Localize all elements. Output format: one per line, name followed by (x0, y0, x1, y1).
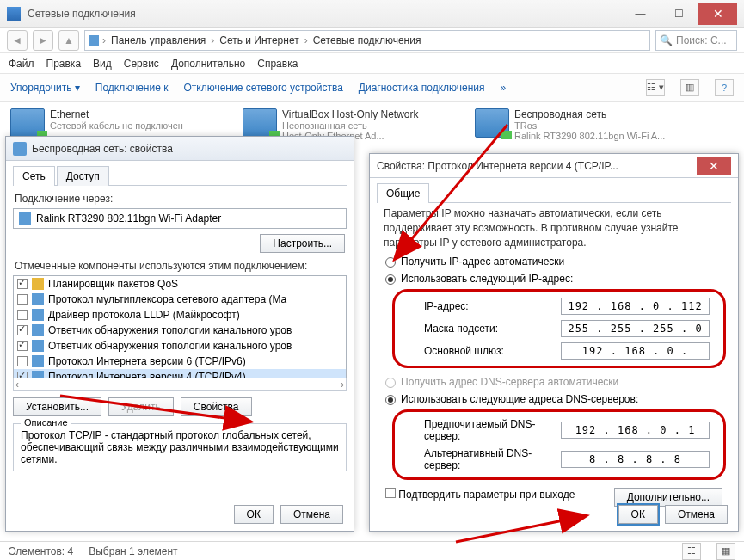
label-components: Отмеченные компоненты используются этим … (15, 260, 345, 272)
install-button[interactable]: Установить... (13, 397, 101, 416)
highlight-dns-section: Предпочитаемый DNS-сервер:192 . 168 . 0 … (392, 409, 726, 480)
dialog-title: Свойства: Протокол Интернета версии 4 (T… (377, 160, 697, 172)
label-connect-using: Подключение через: (15, 193, 345, 205)
ok-button[interactable]: ОК (618, 505, 658, 524)
checkbox[interactable] (17, 294, 28, 305)
tab-general[interactable]: Общие (377, 183, 429, 203)
component-icon (32, 324, 44, 336)
dialog-adapter-properties: Беспроводная сеть: свойства Сеть Доступ … (5, 136, 354, 532)
details-view-button[interactable]: ☷ (682, 543, 701, 560)
radio-use-ip[interactable] (385, 274, 396, 285)
status-selected: Выбран 1 элемент (89, 545, 177, 557)
checkbox[interactable] (17, 279, 28, 289)
app-icon (7, 7, 21, 21)
component-icon (32, 355, 44, 367)
search-placeholder: Поиск: С... (676, 34, 727, 46)
properties-button[interactable]: Свойства (181, 397, 252, 416)
cmd-connect-to[interactable]: Подключение к (95, 82, 169, 94)
label-dns1: Предпочитаемый DNS-сервер: (424, 418, 561, 442)
description-label: Описание (21, 417, 71, 428)
help-button[interactable]: ? (715, 79, 734, 96)
input-dns2[interactable]: 8 . 8 . 8 . 8 (561, 451, 710, 468)
checkbox[interactable] (17, 341, 28, 351)
icons-view-button[interactable]: ▦ (716, 543, 735, 560)
close-button[interactable]: ✕ (697, 157, 731, 175)
remove-button: Удалить (108, 397, 174, 416)
cmd-disable[interactable]: Отключение сетевого устройства (183, 82, 342, 94)
checkbox[interactable] (17, 356, 28, 366)
checkbox[interactable] (17, 310, 28, 320)
network-icon (243, 108, 277, 138)
info-text: Параметры IP можно назначать автоматичес… (377, 203, 731, 253)
ok-button[interactable]: ОК (234, 505, 274, 524)
address-bar[interactable]: › Панель управления › Сеть и Интернет › … (84, 30, 650, 51)
radio-use-dns[interactable] (385, 395, 396, 405)
menu-advanced[interactable]: Дополнительно (171, 58, 245, 70)
checkbox[interactable] (17, 372, 28, 378)
window-title: Сетевые подключения (28, 8, 621, 20)
menu-file[interactable]: Файл (9, 58, 34, 70)
input-dns1[interactable]: 192 . 168 . 0 . 1 (561, 422, 710, 439)
configure-button[interactable]: Настроить... (260, 234, 345, 253)
close-button[interactable]: ✕ (698, 3, 737, 25)
dialog-title: Беспроводная сеть: свойства (32, 143, 347, 155)
menu-edit[interactable]: Правка (46, 58, 82, 70)
adapter-icon (19, 212, 31, 225)
cmd-diagnose[interactable]: Диагностика подключения (359, 82, 485, 94)
network-icon (10, 108, 45, 138)
input-ip[interactable]: 192 . 168 . 0 . 112 (561, 298, 710, 315)
menu-view[interactable]: Вид (93, 58, 112, 70)
radio-auto-ip[interactable] (385, 257, 396, 268)
network-icon (475, 108, 509, 138)
component-icon (32, 340, 44, 352)
label-ip: IP-адрес: (424, 300, 561, 312)
component-icon (32, 278, 44, 290)
radio-auto-dns (385, 378, 396, 388)
component-icon (32, 309, 44, 321)
nav-fwd-button[interactable]: ► (33, 30, 53, 51)
highlight-ip-section: IP-адрес:192 . 168 . 0 . 112 Маска подсе… (392, 289, 726, 368)
search-icon: 🔍 (660, 34, 673, 46)
adapter-field: Ralink RT3290 802.11bgn Wi-Fi Adapter (13, 208, 347, 229)
nav-back-button[interactable]: ◄ (7, 30, 28, 51)
nav-up-button[interactable]: ▲ (58, 30, 79, 51)
label-dns2: Альтернативный DNS-сервер: (424, 447, 561, 471)
label-mask: Маска подсети: (424, 323, 561, 335)
search-input[interactable]: 🔍 Поиск: С... (655, 30, 737, 51)
cancel-button[interactable]: Отмена (665, 505, 728, 524)
menu-help[interactable]: Справка (257, 58, 298, 70)
minimize-button[interactable]: — (621, 3, 660, 25)
checkbox[interactable] (17, 325, 28, 335)
breadcrumb[interactable]: Панель управления (109, 34, 207, 46)
component-icon (32, 371, 44, 378)
horizontal-scrollbar[interactable]: ‹› (13, 378, 347, 391)
label-gateway: Основной шлюз: (424, 345, 561, 357)
view-mode-button[interactable]: ☷ ▾ (646, 79, 665, 96)
component-icon (32, 293, 44, 305)
folder-icon (89, 35, 99, 46)
cancel-button[interactable]: Отмена (280, 505, 343, 524)
breadcrumb[interactable]: Сетевые подключения (311, 34, 423, 46)
input-mask[interactable]: 255 . 255 . 255 . 0 (561, 320, 710, 337)
breadcrumb[interactable]: Сеть и Интернет (218, 34, 300, 46)
tab-sharing[interactable]: Доступ (57, 166, 109, 186)
menu-tools[interactable]: Сервис (124, 58, 159, 70)
checkbox-validate[interactable] (385, 488, 396, 498)
input-gateway[interactable]: 192 . 168 . 0 . (561, 342, 710, 360)
cmd-organize[interactable]: Упорядочить ▾ (10, 82, 80, 94)
status-count: Элементов: 4 (9, 545, 73, 557)
description-text: Протокол TCP/IP - стандартный протокол г… (21, 429, 339, 465)
connection-wireless[interactable]: Беспроводная сеть TRos Ralink RT3290 802… (475, 108, 698, 141)
preview-pane-button[interactable]: ▥ (680, 79, 699, 96)
tab-network[interactable]: Сеть (13, 166, 55, 186)
dialog-ipv4-properties: Свойства: Протокол Интернета версии 4 (T… (369, 153, 739, 532)
component-list[interactable]: Планировщик пакетов QoS Протокол мультип… (13, 275, 347, 378)
wifi-icon (13, 142, 27, 156)
maximize-button[interactable]: ☐ (660, 3, 698, 25)
